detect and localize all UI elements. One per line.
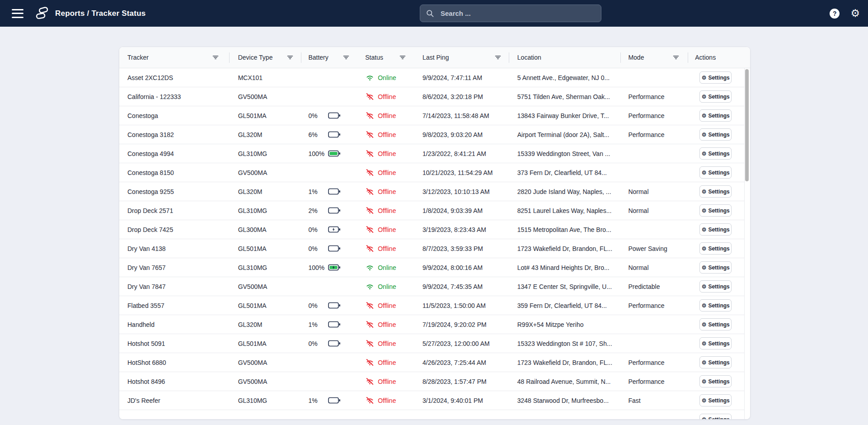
gear-icon: ⚙ [702,302,707,309]
last-ping-value: 9/9/2024, 8:00:16 AM [417,258,509,277]
table-row[interactable]: Conestoga GL501MA 0% [119,106,750,125]
gear-icon: ⚙ [702,75,707,81]
filter-icon[interactable] [343,54,350,61]
row-settings-button[interactable]: ⚙ Settings [699,394,732,406]
filter-icon[interactable] [212,54,219,61]
search-icon [426,9,434,18]
filter-icon[interactable] [672,54,680,61]
tracker-name: California - 122333 [119,87,229,106]
row-settings-button[interactable]: ⚙ Settings [699,261,732,274]
menu-icon[interactable] [12,9,23,18]
table-row[interactable]: Conestoga 4994 GL310MG 100% [119,144,750,163]
filter-icon[interactable] [399,54,406,61]
location-value: 48 Railroad Avenue, Summit, N... [509,372,621,391]
column-header-last-ping[interactable]: Last Ping [417,47,509,68]
help-icon[interactable]: ? [830,9,840,19]
table-row[interactable]: California - 122333 GV500MA [119,87,750,106]
column-header-status[interactable]: Status [361,47,417,68]
table-header: Tracker Device Type Battery Status Last … [119,47,750,68]
row-settings-button[interactable]: ⚙ Settings [699,242,732,255]
last-ping-value: 8/7/2023, 3:59:33 PM [417,239,509,258]
row-settings-button[interactable]: ⚙ Settings [699,90,732,103]
row-settings-button[interactable]: ⚙ Settings [699,223,732,236]
row-settings-button[interactable]: ⚙ Settings [699,71,732,84]
row-settings-button[interactable]: ⚙ Settings [699,128,732,141]
row-settings-button[interactable]: ⚙ Settings [699,147,732,160]
settings-gear-icon[interactable]: ⚙ [850,8,860,19]
actions-cell: ⚙ Settings [688,106,744,125]
battery-percent: 1% [308,188,328,195]
search-input[interactable] [441,9,596,17]
table-row[interactable]: Dry Van 7657 GL310MG 100% [119,258,750,277]
filter-icon[interactable] [286,54,294,61]
last-ping-value: 10/21/2023, 11:54:29 AM [417,163,509,182]
row-settings-button[interactable]: ⚙ Settings [699,318,732,331]
battery-percent: 2% [308,207,328,214]
gear-icon: ⚙ [702,170,707,176]
table-row[interactable]: HotShot 6880 GV500MA [119,353,750,372]
actions-cell: ⚙ Settings [688,315,744,334]
battery-icon [328,188,341,195]
location-value: 1347 E Center St, Springville, U... [509,277,621,296]
tracker-name: Drop Deck 7425 [119,220,229,239]
location-value: 1723 Wakefield Dr, Brandon, FL... [509,239,621,258]
row-settings-button[interactable]: ⚙ Settings [699,299,732,312]
table-row[interactable]: Flatbed 3557 GL501MA 0% [119,296,750,315]
row-settings-button[interactable]: ⚙ Settings [699,109,732,122]
tracker-name: Conestoga [119,106,229,125]
gear-icon: ⚙ [702,132,707,138]
last-ping-value: 5/27/2023, 12:00:00 AM [417,334,509,353]
table-row[interactable]: Drop Deck 2571 GL310MG 2% [119,201,750,220]
column-header-battery[interactable]: Battery [301,47,361,68]
row-settings-button[interactable]: ⚙ Settings [699,280,732,293]
status-label: Offline [378,302,396,309]
gear-icon: ⚙ [702,321,707,328]
tracker-name: Hotshot 8496 [119,372,229,391]
table-row[interactable]: Drop Deck 7425 GL300MA 0% [119,220,750,239]
vertical-scrollbar-thumb[interactable] [745,69,749,181]
table-row[interactable]: ⚙ Settings [119,410,750,420]
table-row[interactable]: Dry Van 7847 GV500MA [119,277,750,296]
last-ping-value: 1/8/2024, 9:03:39 AM [417,201,509,220]
row-settings-button[interactable]: ⚙ Settings [699,185,732,198]
status-label: Online [378,283,396,290]
row-settings-button[interactable]: ⚙ Settings [699,356,732,368]
row-settings-button[interactable]: ⚙ Settings [699,204,732,217]
search-bar[interactable] [420,5,601,22]
row-settings-button[interactable]: ⚙ Settings [699,166,732,179]
status-cell: Offline [361,144,417,163]
table-row[interactable]: Hotshot 8496 GV500MA [119,372,750,391]
gear-icon: ⚙ [702,227,707,233]
tracker-name: Dry Van 7657 [119,258,229,277]
tracker-name: Dry Van 7847 [119,277,229,296]
column-header-tracker[interactable]: Tracker [119,47,229,68]
mode-value [620,220,688,239]
mode-value: Normal [620,182,688,201]
table-row[interactable]: Handheld GL320M 1% [119,315,750,334]
scrollbar-gutter-header [744,47,750,68]
row-settings-button[interactable]: ⚙ Settings [699,414,732,420]
column-header-location[interactable]: Location [509,47,621,68]
table-row[interactable]: Hotshot 5091 GL501MA 0% [119,334,750,353]
device-type: GL310MG [229,258,301,277]
wifi-online-icon [365,73,375,82]
table-row[interactable]: Dry Van 4138 GL501MA 0% [119,239,750,258]
row-settings-button[interactable]: ⚙ Settings [699,337,732,349]
table-row[interactable]: Conestoga 9255 GL320M 1% [119,182,750,201]
table-row[interactable]: Conestoga 3182 GL320M 6% [119,125,750,144]
device-type: GV500MA [229,163,301,182]
filter-icon[interactable] [494,54,502,61]
table-row[interactable]: Asset 2XC12DS MCX101 [119,68,750,87]
mode-value: Performance [620,372,688,391]
column-header-mode[interactable]: Mode [620,47,688,68]
location-value: 2820 Jude Island Way, Naples, ... [509,182,621,201]
location-value: 13843 Fairway Bunker Drive, T... [509,106,621,125]
wifi-offline-icon [365,358,375,367]
row-settings-button[interactable]: ⚙ Settings [699,375,732,387]
column-header-device-type[interactable]: Device Type [229,47,301,68]
table-row[interactable]: JD's Reefer GL310MG 1% [119,391,750,410]
mode-value: Power Saving [620,239,688,258]
mode-value: Normal [620,201,688,220]
last-ping-value: 3/1/2024, 9:40:01 PM [417,391,509,410]
table-row[interactable]: Conestoga 8150 GV500MA [119,163,750,182]
